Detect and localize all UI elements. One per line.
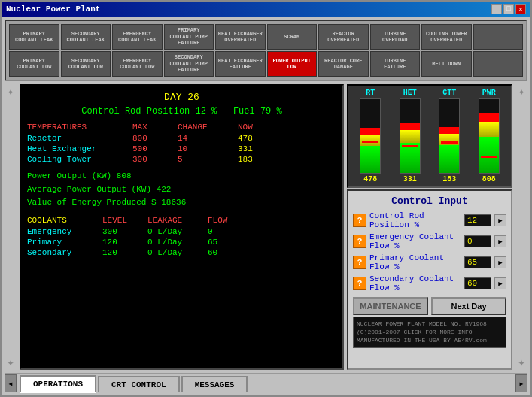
- control-input-0[interactable]: [464, 214, 491, 226]
- copyright-info: NUCLEAR POWER PLANT MODEL NO. RV1968 (C)…: [353, 317, 506, 348]
- temp-change-0: 14: [178, 134, 238, 143]
- alarm-button-12[interactable]: EMERGENCY COOLANT LOW: [112, 51, 163, 77]
- control-panel: Control Input ? Control Rod Position % ▶…: [347, 189, 512, 370]
- gauge-marker-1: [402, 145, 418, 147]
- scroll-left[interactable]: ◀: [5, 374, 17, 392]
- alarm-button-14[interactable]: HEAT EXCHANGER FAILURE: [215, 51, 266, 77]
- gauge-rt: RT 478: [351, 89, 390, 183]
- coolant-row-0: Emergency 300 0 L/Day 0: [27, 227, 336, 236]
- gauge-value-3: 808: [482, 175, 496, 183]
- temp-header: TEMPERATURES MAX CHANGE NOW: [27, 123, 336, 132]
- maintenance-button[interactable]: MAINTENANCE: [353, 297, 428, 315]
- gauge-marker-2: [441, 141, 458, 144]
- gauge-green-2: [439, 145, 459, 173]
- alarm-button-0[interactable]: PRIMARY COOLANT LEAK: [9, 24, 59, 50]
- max-header: MAX: [132, 123, 178, 132]
- alarm-button-4[interactable]: HEAT EXCHANGER OVERHEATED: [215, 24, 266, 50]
- gauge-bar-0: [360, 98, 381, 174]
- alarm-button-17[interactable]: TURBINE FAILURE: [370, 51, 421, 77]
- middle-section: ✦ ✦ DAY 26 Control Rod Position 12 % Fue…: [5, 84, 527, 370]
- coolant-flow-0: 0: [208, 227, 253, 236]
- control-label-0: Control Rod Position %: [369, 211, 461, 229]
- control-arrow-0[interactable]: ▶: [494, 214, 506, 226]
- temp-change-1: 10: [178, 144, 238, 153]
- gauge-label-1: HET: [403, 89, 417, 97]
- control-input-1[interactable]: [464, 235, 491, 247]
- power-output: Power Output (KW) 808: [27, 170, 336, 183]
- gauge-value-0: 478: [363, 175, 377, 183]
- tab-messages[interactable]: MESSAGES: [181, 376, 248, 392]
- now-header: NOW: [238, 123, 283, 132]
- minimize-button[interactable]: _: [491, 4, 502, 14]
- alarm-button-3[interactable]: PRIMARY COOLANT PUMP FAILURE: [164, 24, 214, 50]
- control-row-2: ? Primary Coolant Flow % ▶: [353, 253, 506, 271]
- coolant-name-2: Secondary: [27, 248, 102, 257]
- tab-crt-control[interactable]: CRT CONTROL: [98, 376, 180, 392]
- help-button-1[interactable]: ?: [353, 235, 366, 248]
- coolant-leakage-0: 0 L/Day: [147, 227, 208, 236]
- alarm-button-18[interactable]: MELT DOWN: [421, 51, 472, 77]
- leakage-header: LEAKAGE: [147, 216, 208, 225]
- control-arrow-2[interactable]: ▶: [494, 256, 506, 268]
- title-bar-buttons: _ □ ✕: [491, 4, 526, 14]
- title-bar: Nuclear Power Plant _ □ ✕: [2, 2, 530, 17]
- coolant-rows: Emergency 300 0 L/Day 0 Primary 120 0 L/…: [27, 227, 336, 257]
- alarm-button-8[interactable]: COOLING TOWER OVERHEATED: [421, 24, 472, 50]
- gauge-bar-3: [479, 98, 500, 174]
- coolant-row-1: Primary 120 0 L/Day 65: [27, 238, 336, 247]
- control-row-3: ? Secondary Coolant Flow % ▶: [353, 274, 506, 292]
- fuel-label: Fuel 79 %: [233, 106, 282, 117]
- coolant-row-2: Secondary 120 0 L/Day 60: [27, 248, 336, 257]
- power-section: Power Output (KW) 808 Average Power Outp…: [27, 170, 336, 210]
- next-day-button[interactable]: Next Day: [431, 297, 506, 315]
- coolant-level-2: 120: [102, 248, 147, 257]
- help-button-2[interactable]: ?: [353, 256, 366, 269]
- gauge-green-1: [400, 143, 420, 173]
- gauge-label-3: PWR: [482, 89, 496, 97]
- control-row-1: ? Emergency Coolant Flow % ▶: [353, 232, 506, 250]
- help-button-0[interactable]: ?: [353, 214, 366, 227]
- alarm-button-9[interactable]: [473, 24, 524, 50]
- left-decoration: ✦ ✦: [5, 84, 17, 370]
- gauge-red-1: [400, 123, 420, 130]
- temp-rows: Reactor 800 14 478 Heat Exchanger 500 10…: [27, 134, 336, 164]
- alarm-button-5[interactable]: SCRAM: [267, 24, 318, 50]
- alarm-button-7[interactable]: TURBINE OVERLOAD: [370, 24, 421, 50]
- alarm-button-16[interactable]: REACTOR CORE DAMAGE: [318, 51, 369, 77]
- temperatures-label: TEMPERATURES: [27, 123, 132, 132]
- window-title: Nuclear Power Plant: [6, 5, 100, 14]
- energy-value: Value of Energy Produced $ 18636: [27, 196, 336, 210]
- close-button[interactable]: ✕: [515, 4, 526, 14]
- alarm-button-11[interactable]: SECONDARY COOLANT LOW: [61, 51, 111, 77]
- gauge-green-0: [360, 146, 380, 173]
- alarm-button-13[interactable]: SECONDARY COOLANT PUMP FAILURE: [164, 51, 214, 77]
- temp-now-1: 331: [238, 144, 283, 153]
- control-row-0: ? Control Rod Position % ▶: [353, 211, 506, 229]
- control-arrow-1[interactable]: ▶: [494, 235, 506, 247]
- tab-operations[interactable]: OPERATIONS: [20, 375, 96, 393]
- main-content: PRIMARY COOLANT LEAKSECONDARY COOLANT LE…: [2, 17, 530, 395]
- control-input-3[interactable]: [464, 277, 491, 289]
- alarm-button-1[interactable]: SECONDARY COOLANT LEAK: [61, 24, 111, 50]
- control-input-rows: ? Control Rod Position % ▶ ? Emergency C…: [353, 211, 506, 292]
- temp-row-1: Heat Exchanger 500 10 331: [27, 144, 336, 153]
- control-input-2[interactable]: [464, 256, 491, 268]
- gauge-red-2: [439, 127, 459, 134]
- alarm-button-2[interactable]: EMERGENCY COOLANT LEAK: [112, 24, 163, 50]
- control-arrow-3[interactable]: ▶: [494, 277, 506, 289]
- gauge-het: HET 331: [391, 89, 430, 183]
- alarm-button-10[interactable]: PRIMARY COOLANT LOW: [9, 51, 59, 77]
- alarm-button-19[interactable]: [473, 51, 524, 77]
- scroll-right[interactable]: ▶: [515, 374, 527, 392]
- maximize-button[interactable]: □: [503, 4, 514, 14]
- temp-row-2: Cooling Tower 300 5 183: [27, 155, 336, 164]
- gauges-top: RT 478 HET 331 CTT 183 PWR: [347, 84, 512, 188]
- gauge-yellow-1: [400, 130, 420, 143]
- temp-name-0: Reactor: [27, 134, 132, 143]
- gauge-label-2: CTT: [442, 89, 456, 97]
- temp-now-0: 478: [238, 134, 283, 143]
- alarm-button-6[interactable]: REACTOR OVERHEATED: [318, 24, 369, 50]
- help-button-3[interactable]: ?: [353, 277, 366, 290]
- alarm-button-15[interactable]: POWER OUTPUT LOW: [267, 51, 318, 77]
- control-buttons: MAINTENANCE Next Day: [353, 297, 506, 315]
